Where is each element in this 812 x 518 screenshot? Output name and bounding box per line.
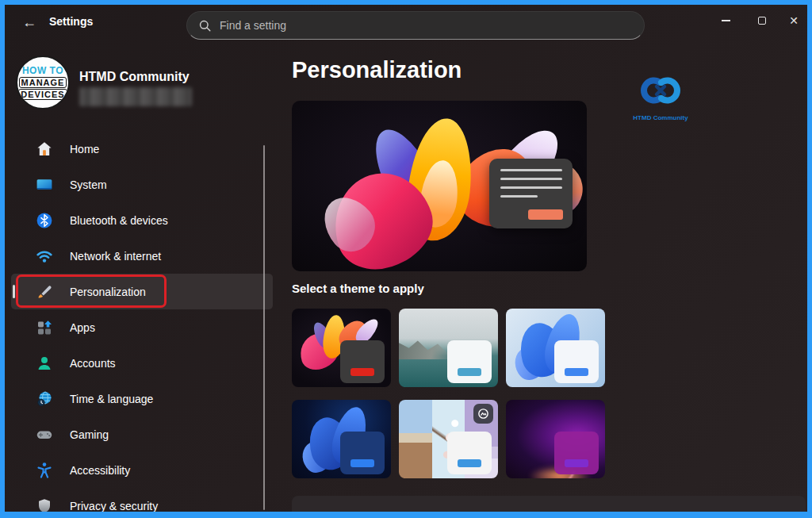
sidebar-item-label: Personalization <box>70 286 146 298</box>
close-button[interactable]: ✕ <box>780 5 807 36</box>
sidebar-item-system[interactable]: System <box>11 167 273 202</box>
placeholder-line <box>500 186 562 189</box>
theme-card-overlay <box>447 432 492 474</box>
avatar-text-line1: HOW TO <box>22 65 63 76</box>
avatar-text-line3: DEVICES <box>18 89 67 100</box>
sidebar: HOW TO MANAGE DEVICES HTMD Community Hom… <box>5 40 287 512</box>
app-title: Settings <box>49 15 93 28</box>
personalization-icon <box>35 282 54 301</box>
maximize-button[interactable] <box>744 5 780 36</box>
accounts-icon <box>35 354 54 373</box>
sidebar-item-privacy-security[interactable]: Privacy & security <box>11 488 273 512</box>
sidebar-item-accessibility[interactable]: Accessibility <box>11 452 273 488</box>
sidebar-item-label: System <box>70 178 107 191</box>
theme-thumbnail-dark-blue[interactable] <box>292 400 391 478</box>
theme-thumbnail-light-blue[interactable] <box>506 309 605 387</box>
theme-accent-button <box>458 459 481 467</box>
settings-card-partial[interactable] <box>292 496 806 512</box>
apps-icon <box>35 318 54 337</box>
back-arrow-icon: ← <box>22 14 36 30</box>
avatar-text-line2: MANAGE <box>19 77 67 88</box>
profile-name: HTMD Community <box>79 70 190 84</box>
minimize-button[interactable] <box>707 5 744 36</box>
sidebar-item-bluetooth-devices[interactable]: Bluetooth & devices <box>11 202 273 238</box>
search-box[interactable] <box>186 11 645 40</box>
sidebar-item-network-internet[interactable]: Network & internet <box>11 238 273 274</box>
sidebar-item-apps[interactable]: Apps <box>11 309 273 345</box>
theme-accent-button <box>350 459 374 467</box>
theme-thumbnail-landscape[interactable] <box>399 309 498 387</box>
minimize-icon <box>722 20 730 21</box>
network-icon <box>35 247 54 266</box>
placeholder-line <box>500 195 538 198</box>
bluetooth-icon <box>35 211 54 230</box>
page-title: Personalization <box>292 57 462 83</box>
titlebar: ← Settings ✕ <box>5 5 807 40</box>
theme-card-overlay <box>554 432 599 474</box>
spotlight-badge-icon <box>473 404 493 424</box>
theme-accent-button <box>565 459 588 467</box>
theme-grid <box>292 309 605 478</box>
htmd-infinity-icon <box>632 71 689 109</box>
theme-card-overlay <box>447 340 492 383</box>
sidebar-item-personalization[interactable]: Personalization <box>11 274 273 309</box>
search-icon <box>198 19 212 33</box>
home-icon <box>35 140 54 159</box>
sidebar-scrollbar[interactable] <box>263 145 265 510</box>
redacted-email <box>79 87 192 106</box>
theme-preview-image <box>292 101 587 271</box>
section-label: Select a theme to apply <box>292 282 424 295</box>
theme-card-overlay <box>340 432 385 474</box>
mountain-shape <box>399 339 454 359</box>
theme-accent-button <box>350 368 374 376</box>
placeholder-line <box>500 169 562 171</box>
settings-window: ← Settings ✕ HOW TO MANAGE DEVICES <box>0 0 812 518</box>
sidebar-item-gaming[interactable]: Gaming <box>11 416 273 452</box>
sidebar-item-label: Privacy & security <box>70 500 158 512</box>
sidebar-item-home[interactable]: Home <box>11 131 273 167</box>
theme-thumbnail-purple-glow[interactable] <box>506 400 605 478</box>
brand-label: HTMD Community <box>625 114 696 121</box>
sidebar-item-label: Home <box>70 143 99 155</box>
preview-accent-button <box>528 209 563 220</box>
theme-thumbnail-windows-dark[interactable] <box>292 309 391 387</box>
theme-accent-button <box>458 368 481 376</box>
placeholder-line <box>500 178 562 180</box>
search-input[interactable] <box>220 19 600 32</box>
sidebar-nav: Home System Blueto <box>11 131 273 512</box>
time-language-icon <box>35 389 54 409</box>
gaming-icon <box>35 425 54 444</box>
window-controls: ✕ <box>707 5 807 36</box>
sidebar-item-label: Accounts <box>70 357 116 370</box>
back-button[interactable]: ← <box>17 13 41 32</box>
sidebar-item-label: Bluetooth & devices <box>70 214 168 227</box>
collage-panel-beach <box>399 400 432 478</box>
sidebar-item-label: Network & internet <box>70 250 161 263</box>
system-icon <box>35 175 54 194</box>
sidebar-item-label: Accessibility <box>70 464 130 477</box>
sidebar-item-accounts[interactable]: Accounts <box>11 345 273 381</box>
theme-accent-button <box>565 368 588 376</box>
window-body: ← Settings ✕ HOW TO MANAGE DEVICES <box>5 5 807 512</box>
privacy-icon <box>35 497 54 512</box>
sidebar-item-label: Gaming <box>70 428 109 441</box>
theme-thumbnail-collage[interactable] <box>399 400 498 478</box>
theme-card-overlay <box>340 340 385 383</box>
sidebar-item-label: Time & language <box>70 393 153 405</box>
sidebar-item-label: Apps <box>70 321 95 334</box>
maximize-icon <box>758 17 766 25</box>
main-content: Personalization HTMD Community <box>292 40 807 512</box>
close-icon: ✕ <box>789 14 799 27</box>
theme-card-overlay <box>554 340 599 383</box>
brand-logo: HTMD Community <box>625 71 696 121</box>
sidebar-item-time-language[interactable]: Time & language <box>11 381 273 416</box>
preview-dialog-card <box>489 159 573 228</box>
accessibility-icon <box>35 461 54 480</box>
avatar: HOW TO MANAGE DEVICES <box>16 56 70 109</box>
